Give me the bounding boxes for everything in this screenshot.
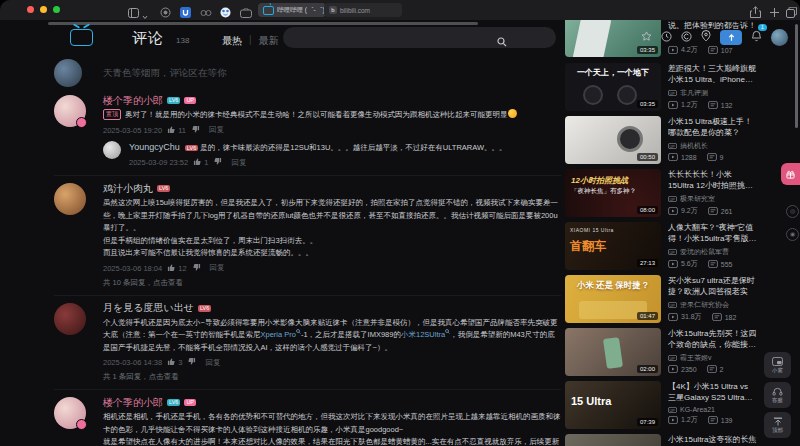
- svg-text:UP: UP: [670, 198, 676, 202]
- thumbnail-caption: XIAOMI 15 Ultra: [570, 227, 614, 233]
- like-button[interactable]: [167, 125, 176, 136]
- video-title[interactable]: 【4K】小米15 Ultra vs 三星Galaxy S25 Ultra：东京拍…: [668, 381, 757, 403]
- video-title[interactable]: 小米15ultra这夸张的长焦远: [668, 434, 757, 446]
- search-keyword-link[interactable]: Xperia Pro: [261, 330, 301, 339]
- close-window-button[interactable]: [27, 6, 34, 13]
- uploader-name[interactable]: 极果研究室: [680, 194, 715, 204]
- video-thumbnail[interactable]: 12小时拍照挑战 「夜神长焦」有多神？ 08:00: [565, 169, 661, 217]
- uploader-name[interactable]: KG-Area21: [680, 406, 715, 413]
- page-scrollbar[interactable]: [795, 24, 798, 128]
- video-thumbnail[interactable]: 00:50: [565, 116, 661, 164]
- tab-title: bilibili.com: [340, 7, 370, 14]
- camera-lens-image: [617, 126, 643, 152]
- view-more-replies[interactable]: 共 10 条回复，点击查看: [103, 278, 561, 288]
- creative-center-icon[interactable]: [681, 28, 692, 46]
- video-title[interactable]: 买小米su7 ultra还是保时捷？欧洲人回答很老实: [668, 275, 757, 297]
- commenter-avatar[interactable]: [54, 303, 86, 335]
- favorites-icon[interactable]: [641, 28, 652, 46]
- reply-button[interactable]: 回复: [205, 358, 220, 368]
- uploader-name[interactable]: 非凡评测: [680, 88, 708, 98]
- sort-tab-new[interactable]: 最新: [259, 34, 279, 48]
- my-avatar[interactable]: [54, 59, 82, 87]
- comment-text: 置顶奥对了！就是用的小米的徕卡经典模式不是生动哈！之所以可能看着更像生动模式因为…: [103, 109, 561, 122]
- minimize-window-button[interactable]: [40, 6, 47, 13]
- sort-tab-hot[interactable]: 最热: [222, 34, 242, 48]
- play-count-icon: [668, 153, 678, 161]
- video-title[interactable]: 长长长长长！小米15Ultra 12小时拍照挑战。「夜神长...: [668, 169, 757, 191]
- reply-button[interactable]: 回复: [231, 158, 246, 168]
- thumbnail-caption: 「夜神长焦」有多神？: [571, 187, 636, 196]
- video-title[interactable]: 人像大翻车？“夜神”它值得！小米15ultra零售版首提...: [668, 222, 757, 244]
- video-card[interactable]: 一个天上，一个地下 03:35 差距很大！三大巅峰旗舰小米15 Ultra、iP…: [565, 63, 757, 111]
- history-icon[interactable]: [661, 28, 672, 46]
- video-title[interactable]: 差距很大！三大巅峰旗舰小米15 Ultra、iPhone16 Pr...: [668, 63, 757, 85]
- uploader-name[interactable]: 霸王茶姬v: [680, 353, 712, 363]
- commenter-avatar[interactable]: [54, 183, 86, 215]
- like-button[interactable]: [167, 357, 176, 368]
- danmaku-count: 261: [721, 208, 733, 215]
- video-thumbnail[interactable]: 小米 还是 保时捷？ 01:47: [565, 275, 661, 323]
- reply-button[interactable]: 回复: [210, 263, 225, 273]
- commenter-username[interactable]: 楼个季的小郎: [103, 396, 163, 410]
- video-card[interactable]: XIAOMI 15 Ultra 首翻车 27:13 人像大翻车？“夜神”它值得！…: [565, 222, 757, 270]
- view-more-replies[interactable]: 共 1 条回复，点击查看: [103, 372, 561, 382]
- activity-pendant[interactable]: [781, 163, 800, 185]
- edge-widget-icon-2[interactable]: ◉: [786, 228, 799, 241]
- reply-button[interactable]: 回复: [209, 125, 224, 135]
- search-input[interactable]: [283, 27, 556, 48]
- danmaku-count: 107: [721, 47, 733, 54]
- video-card[interactable]: 02:00 小米15ultra先别买！这四个致命的缺点，你能接受的... UP霸…: [565, 328, 757, 376]
- dislike-button[interactable]: [192, 263, 201, 274]
- video-title[interactable]: 小米15ultra先别买！这四个致命的缺点，你能接受的...: [668, 328, 757, 350]
- edge-widget-icon-1[interactable]: ◎: [786, 205, 799, 218]
- uploader-name[interactable]: 歪果仁研究协会: [680, 300, 729, 310]
- browser-tab-active[interactable]: 哔哩哔哩 (゜-゜)...: [258, 3, 326, 17]
- commenter-username[interactable]: 鸡汁小肉丸: [103, 182, 153, 196]
- zoom-window-button[interactable]: [53, 6, 60, 13]
- bilibili-logo-icon[interactable]: [70, 29, 93, 46]
- like-button[interactable]: [193, 157, 202, 168]
- play-count: 1.2万: [681, 100, 698, 110]
- reply-avatar[interactable]: [103, 141, 121, 159]
- danmaku-count-icon: [708, 46, 718, 54]
- browser-tab-inactive[interactable]: b bilibili.com: [324, 3, 402, 17]
- uploader-name[interactable]: 爱玩的松鼠军曹: [680, 247, 729, 257]
- video-card[interactable]: 00:50 小米15 Ultra极速上手！哪款配色是你的菜？ UP搞机机长 12…: [565, 116, 757, 164]
- user-avatar[interactable]: [771, 29, 788, 46]
- video-title[interactable]: 小米15 Ultra极速上手！哪款配色是你的菜？: [668, 116, 757, 138]
- play-count-icon: [668, 365, 678, 373]
- customer-service-button[interactable]: 客服: [764, 382, 791, 408]
- commenter-avatar[interactable]: [54, 397, 86, 429]
- reply-username[interactable]: YoungcyChu: [129, 142, 180, 152]
- video-card[interactable]: 12小时拍照挑战 「夜神长焦」有多神？ 08:00 长长长长长！小米15Ultr…: [565, 169, 757, 217]
- commenter-username[interactable]: 月を見る度思い出せ: [103, 301, 194, 315]
- video-thumbnail[interactable]: 15 Ultra 07:39: [565, 381, 661, 429]
- video-card[interactable]: 小米15ultra这夸张的长焦远: [565, 434, 757, 446]
- video-thumbnail[interactable]: 一个天上，一个地下 03:35: [565, 63, 661, 111]
- commenter-avatar[interactable]: [54, 95, 86, 127]
- video-card[interactable]: 小米 还是 保时捷？ 01:47 买小米su7 ultra还是保时捷？欧洲人回答…: [565, 275, 757, 323]
- danmaku-count: 132: [721, 102, 733, 109]
- search-keyword-link[interactable]: 小米12SUltra: [401, 330, 450, 339]
- video-thumbnail[interactable]: [565, 434, 661, 446]
- search-icon[interactable]: [497, 33, 507, 51]
- location-pin-icon[interactable]: [701, 28, 711, 46]
- comment-text: 个人觉得手机还是因为底太小~导致必须得靠要用小米影像大脑来贴近徕卡（注意并非是模…: [103, 317, 561, 355]
- commenter-username[interactable]: 楼个季的小郎: [103, 94, 163, 108]
- video-card[interactable]: 15 Ultra 07:39 【4K】小米15 Ultra vs 三星Galax…: [565, 381, 757, 429]
- play-count-icon: [668, 260, 678, 268]
- video-thumbnail[interactable]: 02:00: [565, 328, 661, 376]
- notifications-bell-icon[interactable]: 1: [751, 28, 762, 46]
- mini-player-button[interactable]: 小窗: [764, 352, 791, 378]
- dislike-button[interactable]: [191, 125, 200, 136]
- comment-item: 楼个季的小郎 LV6 UP 置顶奥对了！就是用的小米的徕卡经典模式不是生动哈！之…: [54, 95, 561, 176]
- dislike-button[interactable]: [187, 357, 196, 368]
- comment-input[interactable]: 天青色等烟雨，评论区在等你: [103, 67, 227, 80]
- like-button[interactable]: [167, 263, 176, 274]
- publish-button[interactable]: [720, 30, 742, 45]
- dislike-button[interactable]: [213, 157, 222, 168]
- browser-toolbar: 哔哩哔哩 (゜-゜)... b bilibili.com: [0, 0, 800, 21]
- back-to-top-button[interactable]: 顶部: [764, 412, 791, 438]
- uploader-name[interactable]: 搞机机长: [680, 141, 708, 151]
- video-thumbnail[interactable]: XIAOMI 15 Ultra 首翻车 27:13: [565, 222, 661, 270]
